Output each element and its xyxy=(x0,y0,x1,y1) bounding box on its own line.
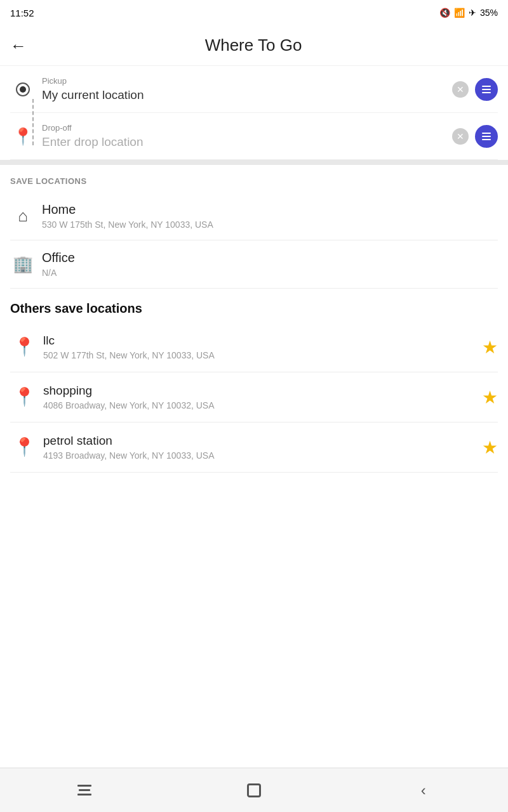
llc-star-icon[interactable]: ★ xyxy=(482,337,498,358)
dropoff-pin-icon: 📍 xyxy=(13,128,33,145)
status-time: 11:52 xyxy=(10,8,34,18)
status-bar: 11:52 🔇 📶 ✈ 35% xyxy=(0,0,508,25)
pickup-icon-col xyxy=(10,82,36,96)
home-address: 530 W 175th St, New York, NY 10033, USA xyxy=(42,219,498,230)
petrol-address: 4193 Broadway, New York, NY 10033, USA xyxy=(43,450,482,461)
airplane-icon: ✈ xyxy=(469,8,476,18)
saved-item-home[interactable]: ⌂ Home 530 W 175th St, New York, NY 1003… xyxy=(10,192,498,240)
dropoff-row[interactable]: 📍 Drop-off Enter drop location ✕ xyxy=(10,113,498,160)
nav-lines-icon xyxy=(77,785,91,796)
pickup-text: Pickup My current location xyxy=(36,76,452,102)
petrol-star-icon[interactable]: ★ xyxy=(482,437,498,458)
llc-address: 502 W 177th St, New York, NY 10033, USA xyxy=(43,350,482,360)
llc-pin-icon: 📍 xyxy=(13,338,36,356)
others-section: Others save locations 📍 llc 502 W 177th … xyxy=(0,289,508,473)
others-item-petrol[interactable]: 📍 petrol station 4193 Broadway, New York… xyxy=(10,422,498,473)
dropoff-icon-col: 📍 xyxy=(10,128,36,145)
shopping-pin-col: 📍 xyxy=(10,388,38,406)
save-locations-title: SAVE locations xyxy=(10,165,498,192)
bottom-nav: ‹ xyxy=(0,768,508,812)
pickup-row[interactable]: Pickup My current location ✕ xyxy=(10,66,498,113)
office-address: N/A xyxy=(42,268,498,278)
nav-back-button[interactable]: ‹ xyxy=(338,768,508,812)
shopping-pin-icon: 📍 xyxy=(13,388,36,406)
office-name: Office xyxy=(42,251,498,265)
home-text: Home 530 W 175th St, New York, NY 10033,… xyxy=(36,202,498,230)
home-icon: ⌂ xyxy=(18,206,28,226)
pickup-dot xyxy=(16,82,30,96)
others-item-llc[interactable]: 📍 llc 502 W 177th St, New York, NY 10033… xyxy=(10,322,498,372)
petrol-pin-icon: 📍 xyxy=(13,438,36,456)
petrol-pin-col: 📍 xyxy=(10,438,38,456)
others-item-shopping[interactable]: 📍 shopping 4086 Broadway, New York, NY 1… xyxy=(10,372,498,422)
saved-item-office[interactable]: 🏢 Office N/A xyxy=(10,240,498,289)
wifi-icon: 📶 xyxy=(454,8,465,18)
pickup-actions: ✕ xyxy=(452,78,498,101)
back-button[interactable]: ← xyxy=(10,37,27,54)
page-title: Where To Go xyxy=(34,36,472,55)
llc-pin-col: 📍 xyxy=(10,338,38,356)
status-icons: 🔇 📶 ✈ 35% xyxy=(439,8,498,18)
pickup-menu-button[interactable] xyxy=(475,78,498,101)
section-divider xyxy=(0,160,508,165)
nav-home-button[interactable] xyxy=(170,768,339,812)
save-locations-section: SAVE locations ⌂ Home 530 W 175th St, Ne… xyxy=(0,165,508,289)
nav-menu-button[interactable] xyxy=(0,768,170,812)
nav-back-icon: ‹ xyxy=(421,782,426,799)
dropoff-label: Drop-off xyxy=(42,123,452,133)
dropoff-actions: ✕ xyxy=(452,125,498,148)
office-text: Office N/A xyxy=(36,251,498,278)
battery-text: 35% xyxy=(480,8,498,18)
pickup-value: My current location xyxy=(42,88,452,102)
nav-home-icon xyxy=(247,783,261,797)
pickup-clear-button[interactable]: ✕ xyxy=(452,81,469,98)
llc-text: llc 502 W 177th St, New York, NY 10033, … xyxy=(38,334,482,360)
mute-icon: 🔇 xyxy=(439,8,450,18)
location-section: Pickup My current location ✕ 📍 Drop-off … xyxy=(0,66,508,160)
shopping-star-icon[interactable]: ★ xyxy=(482,387,498,408)
office-icon-col: 🏢 xyxy=(10,252,36,277)
dropoff-clear-button[interactable]: ✕ xyxy=(452,128,469,145)
shopping-address: 4086 Broadway, New York, NY 10032, USA xyxy=(43,400,482,410)
home-name: Home xyxy=(42,202,498,217)
petrol-name: petrol station xyxy=(43,434,482,448)
shopping-name: shopping xyxy=(43,384,482,398)
pickup-dot-inner xyxy=(20,86,26,93)
petrol-text: petrol station 4193 Broadway, New York, … xyxy=(38,434,482,461)
llc-name: llc xyxy=(43,334,482,348)
shopping-text: shopping 4086 Broadway, New York, NY 100… xyxy=(38,384,482,410)
office-icon: 🏢 xyxy=(13,254,33,274)
dropoff-text: Drop-off Enter drop location xyxy=(36,123,452,149)
pickup-label: Pickup xyxy=(42,76,452,86)
others-title: Others save locations xyxy=(10,289,498,322)
header: ← Where To Go xyxy=(0,25,508,66)
dropoff-placeholder: Enter drop location xyxy=(42,135,452,149)
dropoff-menu-button[interactable] xyxy=(475,125,498,148)
home-icon-col: ⌂ xyxy=(10,204,36,229)
